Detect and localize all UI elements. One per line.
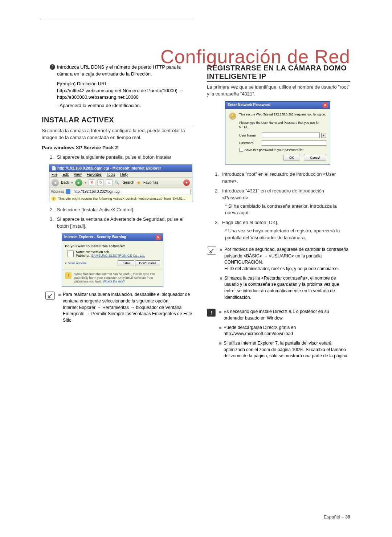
key-icon: 🔑 — [229, 113, 236, 120]
cancel-button[interactable]: Cancel — [304, 155, 326, 160]
info-bar-text: This site might require the following Ac… — [58, 196, 185, 200]
rnote1-b1: Por motivos de seguridad, asegúrese de c… — [220, 247, 350, 272]
username-dropdown-icon[interactable]: ▾ — [321, 133, 326, 138]
media-icon[interactable]: ● — [183, 179, 190, 186]
activex-step2: 2. Seleccione [Instalar ActiveX Control]… — [42, 207, 192, 213]
page-icon — [66, 189, 70, 194]
sec-titlebar: Internet Explorer - Security Warning ✕ — [62, 234, 163, 241]
favorites-icon[interactable]: ★ — [136, 180, 141, 186]
refresh-icon[interactable]: ↻ — [97, 179, 104, 186]
reg-step2: 2. Introduzca "4321" en el recuadro de i… — [207, 188, 350, 202]
sp2-heading: Para windows XP Service Pack 2 — [42, 145, 192, 150]
heading-activex: INSTALAR ACTIVEX — [42, 116, 192, 125]
reg-step3: 3. Haga clic en el botón [OK]. — [207, 219, 350, 226]
browser-titlebar: 📄 http://192.168.0.202/login.cgi - Micro… — [49, 165, 192, 172]
dont-install-button[interactable]: Don't Install — [135, 260, 160, 266]
address-input[interactable]: http://192.168.0.202/login.cgi — [72, 189, 191, 194]
sec-warn-text: While files from the Internet can be use… — [74, 272, 160, 283]
footer-lang: Español – — [324, 514, 345, 520]
rstep2-sub: * Si ha cambiado la contraseña anterior,… — [207, 203, 350, 217]
np-body: 🔑 This secure Web Site (at 192.168.0.202… — [225, 109, 330, 164]
note-block-right-1: Por motivos de seguridad, asegúrese de c… — [207, 247, 350, 304]
np-header: 🔑 This secure Web Site (at 192.168.0.202… — [229, 113, 326, 130]
np-title-text: Enter Network Password — [228, 103, 270, 108]
circled-2-icon: 2 — [50, 64, 55, 70]
menu-help[interactable]: Help — [120, 172, 128, 176]
rnum-1: 1. — [215, 171, 219, 178]
activex-info-bar[interactable]: i This site might require the following … — [49, 195, 192, 202]
np-buttons: OK Cancel — [229, 155, 326, 160]
sec-name-row: Name: webversion.cab Publisher: SAMSUNG … — [65, 250, 160, 257]
page-footer: Español – 39 — [324, 514, 350, 520]
info-icon: i — [52, 196, 56, 201]
software-icon — [67, 251, 74, 257]
sec-warning-footer: ! While files from the Internet can be u… — [62, 269, 163, 286]
rnum-3: 3. — [215, 219, 219, 226]
right-column: REGISTRARSE EN LA CÁMARA DOMO INTELIGENT… — [207, 64, 350, 362]
left-column: 2 Introduzca URL DDNS y el número de pue… — [42, 64, 192, 362]
ok-button[interactable]: OK — [283, 155, 300, 160]
menu-favorites[interactable]: Favorites — [87, 172, 102, 176]
sec-actions: More options Install Don't Install — [65, 260, 160, 266]
sec-question: Do you want to install this software? — [65, 244, 160, 248]
install-button[interactable]: Install — [118, 260, 134, 266]
rstep3-text: Haga clic en el botón [OK]. — [222, 220, 278, 225]
np-titlebar: Enter Network Password ✕ — [225, 102, 330, 109]
sec-body: Do you want to install this software? Na… — [62, 241, 163, 269]
whats-the-risk-link[interactable]: What's the risk? — [103, 280, 124, 283]
address-bar: Address http://192.168.0.202/login.cgi — [49, 188, 192, 195]
browser-toolbar: ◄ Back ▾ ► ▾ ✕ ↻ ⌂ 🔍 Search ★ Favorites … — [49, 178, 192, 188]
step2-l1: Introduzca URL DDNS y el número de puert… — [57, 64, 181, 77]
np-close-icon[interactable]: ✕ — [323, 103, 328, 108]
back-label: Back — [61, 180, 69, 184]
np-desc: This secure Web Site (at 192.168.0.202) … — [239, 113, 326, 130]
name-label: Name: — [76, 250, 86, 254]
save-password-label: Save this password in your password list — [245, 148, 303, 152]
rstep1-text: Introduzca "root" en el recuadro de intr… — [222, 171, 336, 184]
search-icon[interactable]: 🔍 — [115, 180, 119, 184]
check-note-icon-2 — [207, 247, 216, 255]
note-block-right-2: ! Es necesario que instale DirectX 8.1 o… — [207, 309, 350, 362]
forward-button-icon[interactable]: ► — [75, 179, 82, 186]
pub-label: Publisher: — [76, 254, 90, 257]
reg-step1: 1. Introduzca "root" en el recuadro de i… — [207, 171, 350, 185]
close-icon[interactable]: ✕ — [156, 235, 161, 240]
back-button-icon[interactable]: ◄ — [52, 179, 59, 186]
rnum-2: 2. — [215, 188, 219, 195]
rnote2-b1: Es necesario que instale DirectX 8.1 o p… — [219, 309, 350, 321]
username-row: User Name ▾ — [229, 133, 326, 138]
rnote2-b2: Puede descargarse DirectX gratis en http… — [219, 325, 350, 337]
check-note-icon — [45, 292, 55, 300]
activex-intro: Si conecta la cámara a Internet y config… — [42, 127, 192, 141]
step-2: 2 Introduzca URL DDNS y el número de pue… — [42, 64, 192, 78]
rnote2-b3: Si utiliza Internet Explorer 7, la panta… — [219, 340, 350, 359]
password-row: Password — [229, 140, 326, 146]
ie-browser-window: 📄 http://192.168.0.202/login.cgi - Micro… — [49, 164, 192, 202]
sec-title-text: Internet Explorer - Security Warning — [64, 235, 126, 240]
security-warning-dialog: Internet Explorer - Security Warning ✕ D… — [62, 233, 163, 286]
home-icon[interactable]: ⌂ — [106, 179, 113, 186]
rnote1-b2: Si marca la casilla <Recordar contraseña… — [220, 275, 350, 301]
activex-step3: 3. Si aparece la ventana de Advertencia … — [42, 216, 192, 230]
caution-icon: ! — [207, 309, 216, 317]
save-password-checkbox[interactable] — [239, 148, 243, 152]
activex-step1: 1. Si aparece la siguiente pantalla, pul… — [42, 154, 192, 161]
rstep2-text: Introduzca "4321" en el recuadro de intr… — [222, 188, 324, 200]
password-input[interactable] — [262, 140, 326, 146]
publisher-link[interactable]: SAMSUNG ELECTRONICS Co., Ltd. — [91, 254, 146, 257]
password-label: Password — [239, 141, 260, 145]
step2-text: Seleccione [Instalar ActiveX Control]. — [57, 207, 134, 212]
menu-file[interactable]: File — [52, 172, 57, 176]
num-3: 3. — [50, 216, 54, 223]
num-1: 1. — [50, 154, 54, 161]
menu-tools[interactable]: Tools — [107, 172, 115, 176]
username-input[interactable] — [262, 133, 320, 138]
menu-edit[interactable]: Edit — [62, 172, 69, 176]
note-block-left: Para realizar una buena instalación, des… — [42, 292, 192, 326]
more-options-link[interactable]: More options — [65, 261, 87, 265]
stop-icon[interactable]: ✕ — [89, 179, 95, 186]
note-text-left: Para realizar una buena instalación, des… — [58, 292, 192, 326]
menu-view[interactable]: View — [74, 172, 82, 176]
note-text-right-2: Es necesario que instale DirectX 8.1 o p… — [219, 309, 350, 362]
step3-text: Si aparece la ventana de Advertencia de … — [57, 216, 183, 229]
